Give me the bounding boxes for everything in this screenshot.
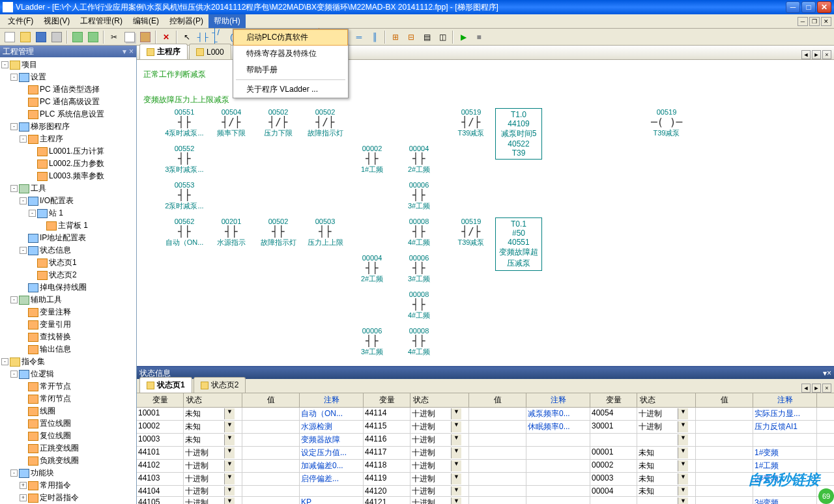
ladder-function-block[interactable]: T1.044109减泵时间540522T39: [495, 108, 542, 160]
tree-node[interactable]: +定时器指令: [1, 492, 135, 504]
grid-cell[interactable]: 40054: [590, 408, 637, 420]
dropdown-icon[interactable]: ▼: [678, 447, 688, 458]
ladder-element[interactable]: 00002┤├1#工频: [351, 145, 394, 175]
new-icon[interactable]: [3, 30, 17, 44]
grid-cell[interactable]: ▼: [410, 447, 469, 459]
tree-node[interactable]: -状态信息: [1, 244, 135, 257]
grid-cell[interactable]: ▼: [410, 421, 469, 433]
ladder-element[interactable]: 00201┤├水源指示: [210, 217, 253, 247]
ladder-element[interactable]: 00503┤├压力上上限: [304, 217, 347, 247]
grid-cell[interactable]: [590, 497, 637, 504]
dropdown-item-1[interactable]: 特殊寄存器及特殊位: [233, 46, 348, 62]
tree-node[interactable]: -I/O配置表: [1, 195, 135, 207]
grid-cell[interactable]: ▼: [637, 473, 696, 485]
dropdown-icon[interactable]: ▼: [224, 473, 235, 484]
grid-cell[interactable]: ▼: [637, 486, 696, 496]
grid-cell[interactable]: 00002: [590, 460, 637, 472]
grid-header-cell[interactable]: 变量: [137, 393, 184, 407]
grid-cell[interactable]: ▼: [637, 447, 696, 459]
tree-node[interactable]: -项目: [1, 59, 135, 71]
tree-node[interactable]: 输出信息: [1, 343, 135, 356]
tree-node[interactable]: 主背板 1: [1, 219, 135, 232]
grid-cell[interactable]: ▼: [184, 497, 242, 504]
tree-node[interactable]: PC 通信高级设置: [1, 96, 135, 108]
dropdown-icon[interactable]: ▼: [224, 497, 235, 504]
dropdown-item-3[interactable]: 关于程序 VLadder ...: [233, 81, 348, 98]
dropdown-icon[interactable]: ▼: [451, 421, 461, 432]
menu-1[interactable]: 视图(V): [38, 14, 75, 28]
ladder-element[interactable]: 00504┤/├频率下限: [210, 108, 253, 138]
status-grid[interactable]: 变量状态值注释变量状态值注释变量状态值注释 10001▼自动（ON...4411…: [137, 393, 834, 504]
grid-header-cell[interactable]: 注释: [300, 393, 364, 407]
menu-5[interactable]: 帮助(H): [208, 14, 246, 28]
status-tab-0[interactable]: 状态页1: [139, 377, 192, 393]
grid-cell[interactable]: 00001: [590, 447, 637, 459]
dropdown-icon[interactable]: ▼: [224, 447, 235, 458]
print-icon[interactable]: [50, 30, 64, 44]
dropdown-icon[interactable]: ▼: [678, 408, 688, 419]
dropdown-icon[interactable]: ▼: [678, 434, 688, 445]
close-panel-icon[interactable]: ×: [129, 47, 134, 56]
hline-icon[interactable]: ═: [352, 30, 366, 44]
grid-cell[interactable]: 44103: [137, 473, 184, 485]
dropdown-icon[interactable]: ▼: [224, 486, 235, 496]
tree-node[interactable]: 状态页2: [1, 269, 135, 281]
grid-cell[interactable]: ▼: [184, 408, 242, 420]
grid-cell[interactable]: [590, 434, 637, 446]
dropdown-icon[interactable]: ▼: [451, 408, 461, 419]
tree-node[interactable]: 常开节点: [1, 380, 135, 393]
dropdown-icon[interactable]: ▼: [451, 460, 461, 471]
tree-node[interactable]: 常闭节点: [1, 393, 135, 405]
minimize-button[interactable]: ─: [786, 1, 800, 13]
ladder-function-block[interactable]: T0.1#5040551变频故障超压减泵: [495, 217, 542, 271]
run-icon[interactable]: ▶: [456, 30, 470, 44]
grid-cell[interactable]: 10002: [137, 421, 184, 433]
grid-cell[interactable]: ▼: [184, 434, 242, 446]
tree-node[interactable]: -工具: [1, 182, 135, 195]
grid-cell[interactable]: ▼: [637, 460, 696, 472]
grid-cell[interactable]: ▼: [184, 421, 242, 433]
dropdown-icon[interactable]: ▼: [451, 447, 461, 458]
ladder-element[interactable]: 00006┤├3#工频: [397, 181, 440, 211]
grid-header-cell[interactable]: 状态: [410, 393, 469, 407]
ladder-element[interactable]: 00502┤/├故障指示灯: [304, 108, 347, 138]
pin-icon[interactable]: ▾: [122, 47, 126, 56]
ladder-element[interactable]: 00551┤├4泵时减泵...: [163, 108, 206, 138]
grid-cell[interactable]: ▼: [410, 460, 469, 472]
dropdown-icon[interactable]: ▼: [224, 460, 235, 471]
ladder-element[interactable]: 00502┤/├压力下限: [257, 108, 300, 138]
tree-node[interactable]: L0001.压力计算: [1, 145, 135, 158]
dropdown-icon[interactable]: ▼: [224, 421, 235, 432]
grid-cell[interactable]: 44120: [364, 486, 410, 496]
menu-3[interactable]: 编辑(E): [128, 14, 164, 28]
tree-node[interactable]: +常用指令: [1, 479, 135, 492]
ladder-element[interactable]: 00004┤├2#工频: [351, 254, 394, 284]
tree-node[interactable]: -站 1: [1, 207, 135, 219]
ladder-element[interactable]: 00008┤├4#工频: [397, 327, 440, 357]
editor-tab-0[interactable]: 主程序: [139, 44, 188, 59]
grid-cell[interactable]: 10003: [137, 434, 184, 446]
grid-header-cell[interactable]: 值: [469, 393, 526, 407]
grid-cell[interactable]: 00004: [590, 486, 637, 496]
tree-node[interactable]: -功能块: [1, 467, 135, 479]
ladder-element[interactable]: 00004┤├2#工频: [397, 145, 440, 175]
tree-node[interactable]: -设置: [1, 71, 135, 83]
tree-node[interactable]: 复位线圈: [1, 430, 135, 442]
maximize-button[interactable]: □: [801, 1, 816, 13]
paste-icon[interactable]: [138, 30, 152, 44]
dropdown-icon[interactable]: ▼: [678, 421, 688, 432]
ladder-element[interactable]: 00006┤├3#工频: [351, 327, 394, 357]
dropdown-icon[interactable]: ▼: [224, 408, 235, 419]
tree-node[interactable]: 查找替换: [1, 331, 135, 343]
tree-node[interactable]: L0002.压力参数: [1, 158, 135, 170]
delete-icon[interactable]: ✕: [159, 30, 173, 44]
ladder-element[interactable]: 00008┤├4#工频: [397, 217, 440, 247]
tree-node[interactable]: 变量注释: [1, 306, 135, 318]
tree-icon[interactable]: ⊞: [388, 30, 403, 44]
grid-cell[interactable]: 44105: [137, 497, 184, 504]
vline-icon[interactable]: ║: [367, 30, 382, 44]
dropdown-icon[interactable]: ▼: [224, 434, 235, 445]
tab-next-icon[interactable]: ►: [812, 50, 821, 59]
status-tab-1[interactable]: 状态页2: [194, 377, 246, 393]
project-tree[interactable]: -项目-设置PC 通信类型选择PC 通信高级设置PLC 系统信息设置-梯形图程序…: [0, 57, 136, 504]
